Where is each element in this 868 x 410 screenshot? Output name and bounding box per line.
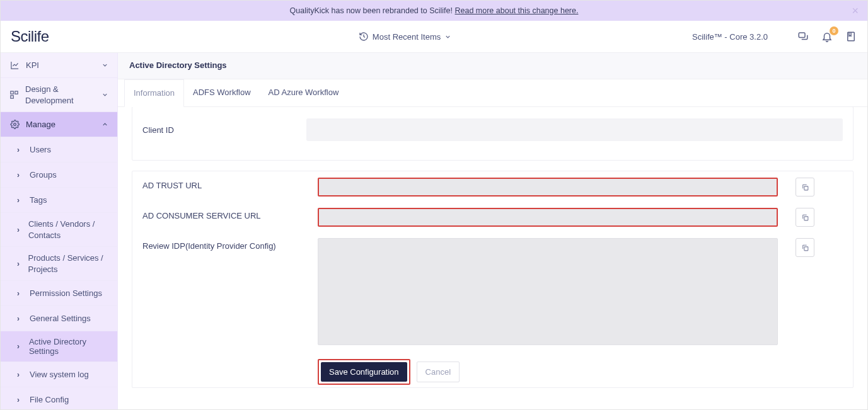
copy-consumer-url-button[interactable] xyxy=(796,208,814,227)
svg-rect-4 xyxy=(11,96,13,98)
svg-rect-8 xyxy=(804,246,807,250)
sidebar-sub-label: View system log xyxy=(30,370,89,379)
close-icon[interactable]: × xyxy=(852,5,859,16)
ad-consumer-url-input[interactable] xyxy=(318,208,778,227)
app-header: Scilife Most Recent Items Scilife™ - Cor… xyxy=(1,21,867,53)
sidebar-sub-tags[interactable]: ›Tags xyxy=(1,188,117,213)
ad-config-panel: AD TRUST URL AD CONSUMER SERVICE URL Rev… xyxy=(132,171,854,388)
sidebar-item-manage[interactable]: Manage xyxy=(1,112,117,137)
svg-point-5 xyxy=(13,123,16,126)
sidebar-item-kpi[interactable]: KPI xyxy=(1,53,117,78)
sidebar-sub-label: File Config xyxy=(30,395,69,404)
chevron-up-icon xyxy=(101,121,108,128)
tabs: Information ADFS Workflow AD Azure Workf… xyxy=(118,79,867,107)
rebrand-banner: QualityKick has now been rebranded to Sc… xyxy=(1,1,867,21)
chevron-right-icon: › xyxy=(17,289,23,298)
client-id-input[interactable] xyxy=(306,118,843,141)
sidebar-sub-clients[interactable]: ›Clients / Vendors / Contacts xyxy=(1,213,117,247)
cancel-button[interactable]: Cancel xyxy=(417,362,460,382)
chevron-right-icon: › xyxy=(17,145,23,154)
chevron-down-icon xyxy=(444,33,451,40)
sidebar-sub-label: Active Directory Settings xyxy=(29,337,108,356)
main-content: Active Directory Settings Information AD… xyxy=(118,53,867,409)
sidebar-sub-system-log[interactable]: ›View system log xyxy=(1,362,117,387)
tab-adfs-workflow[interactable]: ADFS Workflow xyxy=(184,79,260,106)
history-icon xyxy=(359,31,369,42)
client-id-label: Client ID xyxy=(142,125,306,135)
sidebar-sub-label: Groups xyxy=(30,170,57,179)
gear-icon xyxy=(9,120,20,129)
ad-consumer-url-label: AD CONSUMER SERVICE URL xyxy=(142,208,311,220)
page-title: Active Directory Settings xyxy=(118,53,867,79)
tab-ad-azure-workflow[interactable]: AD Azure Workflow xyxy=(260,79,348,106)
client-id-panel: Client ID xyxy=(132,107,854,161)
save-configuration-button[interactable]: Save Configuration xyxy=(321,362,407,382)
chevron-right-icon: › xyxy=(17,171,23,179)
grid-icon xyxy=(9,90,19,100)
recent-items-label: Most Recent Items xyxy=(373,32,441,42)
sidebar-sub-label: Permission Settings xyxy=(30,288,102,298)
bell-icon[interactable]: 0 xyxy=(821,30,833,43)
save-highlight: Save Configuration xyxy=(318,359,410,385)
review-idp-textarea[interactable] xyxy=(318,238,778,345)
banner-link[interactable]: Read more about this change here. xyxy=(454,6,578,15)
sidebar-sub-general[interactable]: ›General Settings xyxy=(1,306,117,331)
svg-rect-3 xyxy=(15,91,18,94)
sidebar-kpi-label: KPI xyxy=(26,60,39,70)
sidebar-sub-active-directory[interactable]: ›Active Directory Settings xyxy=(1,331,117,362)
sidebar-sub-label: Clients / Vendors / Contacts xyxy=(28,219,108,241)
chart-icon xyxy=(9,60,20,70)
tab-information[interactable]: Information xyxy=(124,79,184,107)
ad-trust-url-label: AD TRUST URL xyxy=(142,178,311,190)
version-label: Scilife™ - Core 3.2.0 xyxy=(692,32,768,42)
notification-badge: 0 xyxy=(830,26,838,35)
chevron-down-icon xyxy=(101,91,108,98)
svg-rect-7 xyxy=(804,216,807,220)
svg-rect-6 xyxy=(804,186,807,190)
sidebar-manage-label: Manage xyxy=(26,120,55,129)
chevron-right-icon: › xyxy=(17,342,23,351)
logo: Scilife xyxy=(11,28,118,45)
chevron-right-icon: › xyxy=(17,314,23,323)
sidebar-item-design[interactable]: Design & Development xyxy=(1,78,117,112)
chevron-right-icon: › xyxy=(17,396,23,404)
chevron-right-icon: › xyxy=(17,259,22,268)
sidebar-sub-users[interactable]: ›Users xyxy=(1,137,117,162)
sidebar-sub-label: Users xyxy=(30,145,51,154)
chevron-right-icon: › xyxy=(17,196,23,205)
sidebar-sub-products[interactable]: ›Products / Services / Projects xyxy=(1,247,117,281)
sidebar-sub-permission[interactable]: ›Permission Settings xyxy=(1,281,117,306)
sidebar-sub-label: Tags xyxy=(30,195,47,205)
chevron-down-icon xyxy=(101,62,108,69)
copy-trust-url-button[interactable] xyxy=(796,178,814,196)
chat-icon[interactable] xyxy=(797,30,809,43)
svg-rect-0 xyxy=(799,33,805,38)
chevron-right-icon: › xyxy=(17,225,22,234)
sidebar-sub-groups[interactable]: ›Groups xyxy=(1,162,117,188)
recent-items-dropdown[interactable]: Most Recent Items xyxy=(359,31,451,42)
sidebar-sub-file-config[interactable]: ›File Config xyxy=(1,387,117,409)
sidebar-sub-label: General Settings xyxy=(30,314,91,323)
svg-rect-2 xyxy=(11,91,13,94)
review-idp-label: Review IDP(Identity Provider Config) xyxy=(142,238,311,251)
bookmark-icon[interactable] xyxy=(845,30,857,43)
sidebar-sub-label: Products / Services / Projects xyxy=(28,253,108,275)
copy-idp-button[interactable] xyxy=(796,238,814,257)
chevron-right-icon: › xyxy=(17,370,23,379)
sidebar: KPI Design & Development Manage ›Users xyxy=(1,53,118,409)
ad-trust-url-input[interactable] xyxy=(318,178,778,196)
sidebar-design-label: Design & Development xyxy=(25,84,95,106)
banner-text: QualityKick has now been rebranded to Sc… xyxy=(290,6,455,15)
